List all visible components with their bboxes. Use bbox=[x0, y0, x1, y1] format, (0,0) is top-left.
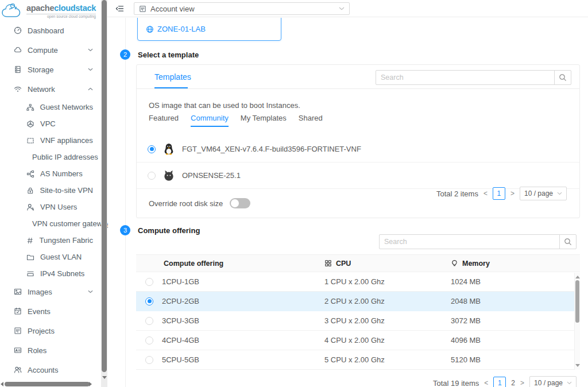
sidebar-item-guest-vlan[interactable]: Guest VLAN bbox=[0, 249, 101, 265]
sidebar-item-label: Guest Networks bbox=[40, 103, 93, 111]
compute-offering-table: Compute offering CPU Memory 1CPU-1GB 1 C… bbox=[136, 254, 580, 369]
bsd-daemon-icon bbox=[163, 169, 175, 182]
step-3-badge: 3 bbox=[120, 225, 130, 235]
sidebar-item-label: Events bbox=[28, 307, 51, 316]
offering-row[interactable]: 1CPU-1GB 1 CPU x 2.00 Ghz 1024 MB bbox=[136, 272, 580, 292]
filter-tab-featured[interactable]: Featured bbox=[149, 114, 179, 127]
user-key-icon bbox=[26, 203, 34, 211]
offering-row[interactable]: 5CPU-5GB 5 CPU x 2.00 Ghz 5120 MB bbox=[136, 350, 580, 370]
team-icon bbox=[14, 366, 22, 374]
sidebar-item-ipv4-subnets[interactable]: IPv4 Subnets bbox=[0, 265, 101, 282]
page-size-select[interactable]: 10 / page bbox=[520, 187, 567, 200]
scroll-down-arrow-icon[interactable] bbox=[102, 376, 107, 379]
sidebar-item-vpn-users[interactable]: VPN Users bbox=[0, 199, 101, 215]
cloud-icon bbox=[14, 46, 22, 54]
offering-radio-selected[interactable] bbox=[145, 297, 153, 305]
sidebar-item-network[interactable]: Network bbox=[0, 79, 101, 99]
chevron-down-icon bbox=[88, 48, 93, 52]
globe-icon bbox=[146, 25, 154, 33]
sidebar-horizontal-scrollbar[interactable] bbox=[0, 381, 101, 387]
offering-radio[interactable] bbox=[145, 336, 153, 345]
table-scrollbar-thumb[interactable] bbox=[575, 280, 579, 323]
sidebar-item-label: Projects bbox=[28, 327, 55, 335]
sidebar-item-guest-networks[interactable]: Guest Networks bbox=[0, 99, 101, 115]
sidebar-item-images[interactable]: Images bbox=[0, 282, 101, 301]
sidebar-item-compute[interactable]: Compute bbox=[0, 40, 101, 60]
offering-radio[interactable] bbox=[145, 356, 153, 364]
sidebar-item-dashboard[interactable]: Dashboard bbox=[0, 21, 101, 40]
template-row[interactable]: OPNSENSE-25.1 bbox=[137, 162, 579, 189]
offering-memory: 4096 MB bbox=[451, 336, 481, 345]
page-2-button[interactable]: 2 bbox=[511, 379, 515, 387]
top-header: Account view bbox=[107, 0, 588, 17]
sidebar-item-label: Guest VLAN bbox=[40, 253, 82, 261]
view-selector-label: Account view bbox=[150, 5, 195, 13]
sidebar-nav: Dashboard Compute Storage Network Guest … bbox=[0, 21, 101, 387]
sidebar-item-vpn-customer-gateway[interactable]: VPN customer gateway bbox=[0, 215, 101, 232]
filter-tab-shared[interactable]: Shared bbox=[299, 114, 323, 127]
sidebar-scrollbar-thumb[interactable] bbox=[102, 0, 107, 372]
sidebar-item-events[interactable]: Events bbox=[0, 301, 101, 321]
filter-tab-community[interactable]: Community bbox=[191, 114, 229, 127]
prev-page-icon[interactable]: < bbox=[483, 189, 488, 198]
template-search-input[interactable] bbox=[376, 71, 554, 84]
offering-radio[interactable] bbox=[145, 278, 153, 286]
scroll-right-arrow-icon[interactable] bbox=[89, 382, 92, 386]
sidebar-item-label: Tungsten Fabric bbox=[40, 236, 93, 245]
sidebar-item-projects[interactable]: Projects bbox=[0, 321, 101, 340]
dashboard-icon bbox=[14, 26, 22, 34]
sidebar-item-tungsten-fabric[interactable]: Tungsten Fabric bbox=[0, 232, 101, 249]
sidebar-item-accounts[interactable]: Accounts bbox=[0, 360, 101, 380]
page-size-select[interactable]: 10 / page bbox=[529, 376, 577, 387]
sidebar-item-as-numbers[interactable]: AS Numbers bbox=[0, 165, 101, 182]
zone-card-selected[interactable]: ZONE-01-LAB bbox=[137, 18, 281, 41]
view-selector[interactable]: Account view bbox=[134, 2, 350, 15]
override-root-disk-toggle[interactable] bbox=[230, 198, 250, 208]
sidebar-item-label: IPv4 Subnets bbox=[40, 269, 84, 278]
tab-templates[interactable]: Templates bbox=[154, 72, 191, 82]
sidebar-vertical-scrollbar[interactable] bbox=[101, 0, 107, 387]
sidebar-item-vpc[interactable]: VPC bbox=[0, 115, 101, 132]
offering-row[interactable]: 3CPU-3GB 3 CPU x 2.00 Ghz 3072 MB bbox=[136, 311, 580, 331]
sidebar-item-site-to-site-vpn[interactable]: Site-to-site VPN bbox=[0, 182, 101, 199]
sidebar-item-public-ip[interactable]: Public IP addresses bbox=[0, 149, 101, 165]
scroll-left-arrow-icon[interactable] bbox=[1, 382, 3, 386]
template-search-button[interactable] bbox=[554, 71, 571, 84]
sidebar-item-label: Roles bbox=[28, 346, 47, 355]
offering-row[interactable]: 4CPU-4GB 4 CPU x 2.00 Ghz 4096 MB bbox=[136, 331, 580, 350]
scroll-up-arrow-icon[interactable] bbox=[575, 276, 580, 278]
table-vertical-scrollbar[interactable] bbox=[574, 273, 580, 370]
step-3-title: Compute offering bbox=[138, 226, 200, 235]
sidebar-item-storage[interactable]: Storage bbox=[0, 60, 101, 79]
offering-cpu: 2 CPU x 2.00 Ghz bbox=[324, 297, 385, 305]
header-cpu: CPU bbox=[336, 260, 351, 268]
compute-search-input[interactable] bbox=[380, 235, 559, 249]
filter-tab-my-templates[interactable]: My Templates bbox=[241, 114, 287, 127]
sidebar-hscrollbar-thumb[interactable] bbox=[5, 382, 90, 386]
sidebar: apachecloudstack open source cloud compu… bbox=[0, 0, 101, 387]
calendar-check-icon bbox=[14, 307, 22, 315]
scroll-down-arrow-icon[interactable] bbox=[575, 364, 580, 367]
offering-memory: 2048 MB bbox=[451, 297, 481, 305]
sidebar-item-label: Images bbox=[28, 288, 52, 296]
sidebar-item-vnf-appliances[interactable]: VNF appliances bbox=[0, 132, 101, 149]
compute-pagination: Total 19 items < 1 2 > 10 / page bbox=[433, 376, 577, 387]
prev-page-icon[interactable]: < bbox=[484, 379, 488, 387]
page-1-button[interactable]: 1 bbox=[493, 377, 506, 387]
offering-row-selected[interactable]: 2CPU-2GB 2 CPU x 2.00 Ghz 2048 MB bbox=[136, 292, 580, 311]
page-1-button[interactable]: 1 bbox=[493, 187, 505, 200]
template-radio-selected[interactable] bbox=[148, 145, 156, 153]
linux-tux-icon bbox=[163, 143, 175, 156]
sidebar-item-label: Site-to-site VPN bbox=[40, 186, 93, 195]
offering-radio[interactable] bbox=[145, 317, 153, 325]
wifi-icon bbox=[14, 85, 22, 93]
next-page-icon[interactable]: > bbox=[510, 189, 514, 198]
sidebar-item-label: Dashboard bbox=[28, 26, 64, 35]
template-radio[interactable] bbox=[148, 172, 156, 180]
compute-search-button[interactable] bbox=[559, 235, 576, 249]
next-page-icon[interactable]: > bbox=[520, 379, 524, 387]
template-row[interactable]: FGT_VM64_XEN-v7.6.4.F-build3596-FORTINET… bbox=[137, 136, 579, 162]
offering-name: 4CPU-4GB bbox=[162, 336, 199, 345]
menu-fold-icon[interactable] bbox=[115, 5, 124, 13]
sidebar-item-roles[interactable]: Roles bbox=[0, 340, 101, 360]
